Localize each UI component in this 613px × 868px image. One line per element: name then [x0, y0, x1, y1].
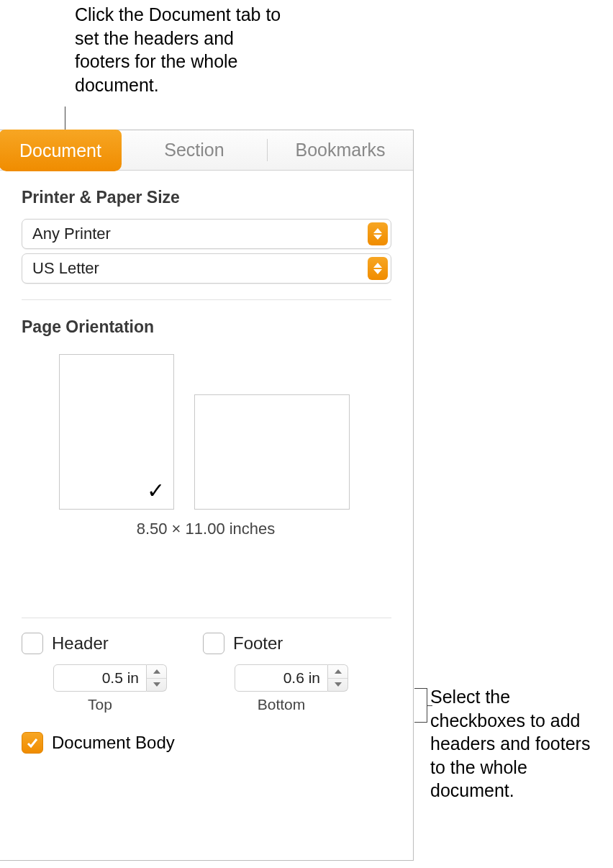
header-checkbox[interactable]: [22, 633, 43, 654]
orientation-title: Page Orientation: [0, 300, 413, 344]
printer-paper-title: Printer & Paper Size: [0, 171, 413, 214]
page-dimensions: 8.50 × 11.00 inches: [58, 510, 354, 538]
header-label: Header: [52, 633, 109, 654]
checkmark-icon: ✓: [147, 478, 165, 503]
svg-marker-3: [373, 269, 382, 274]
tab-bookmarks[interactable]: Bookmarks: [268, 130, 413, 170]
footer-sublabel: Bottom: [235, 696, 328, 713]
chevron-up-icon: [328, 665, 348, 679]
callout-document-tab: Click the Document tab to set the header…: [75, 3, 291, 96]
chevron-up-icon: [147, 665, 166, 679]
tab-section[interactable]: Section: [122, 130, 267, 170]
printer-value: Any Printer: [32, 225, 368, 243]
callout-checkboxes: Select the checkboxes to add headers and…: [430, 685, 607, 803]
callout-leader: [65, 107, 65, 130]
updown-icon: [368, 222, 388, 245]
printer-popup[interactable]: Any Printer: [22, 219, 391, 249]
chevron-down-icon: [328, 679, 348, 692]
chevron-down-icon: [147, 679, 166, 692]
updown-icon: [368, 257, 388, 280]
footer-stepper[interactable]: [328, 664, 348, 692]
callout-bracket: [414, 688, 427, 723]
header-stepper[interactable]: [147, 664, 167, 692]
svg-marker-4: [153, 669, 160, 674]
footer-margin-input[interactable]: [235, 664, 328, 692]
footer-label: Footer: [233, 633, 283, 654]
header-margin-input[interactable]: [53, 664, 147, 692]
paper-size-popup[interactable]: US Letter: [22, 253, 391, 284]
document-body-checkbox[interactable]: [22, 732, 43, 754]
svg-marker-2: [373, 263, 382, 268]
orientation-options: ✓: [0, 344, 413, 510]
orientation-landscape[interactable]: [194, 394, 350, 510]
svg-marker-7: [335, 682, 342, 687]
document-inspector-panel: Document Section Bookmarks Printer & Pap…: [0, 130, 414, 861]
inspector-tabs: Document Section Bookmarks: [0, 130, 413, 171]
paper-value: US Letter: [32, 259, 368, 278]
tab-document[interactable]: Document: [0, 130, 122, 171]
header-sublabel: Top: [53, 696, 147, 713]
orientation-portrait[interactable]: ✓: [59, 354, 174, 510]
document-body-label: Document Body: [52, 733, 175, 753]
footer-checkbox[interactable]: [203, 633, 224, 654]
svg-marker-5: [153, 682, 160, 687]
header-footer-row: Header Top Footer: [0, 618, 413, 713]
svg-marker-1: [373, 235, 382, 240]
svg-marker-6: [335, 669, 342, 674]
svg-marker-0: [373, 228, 382, 233]
